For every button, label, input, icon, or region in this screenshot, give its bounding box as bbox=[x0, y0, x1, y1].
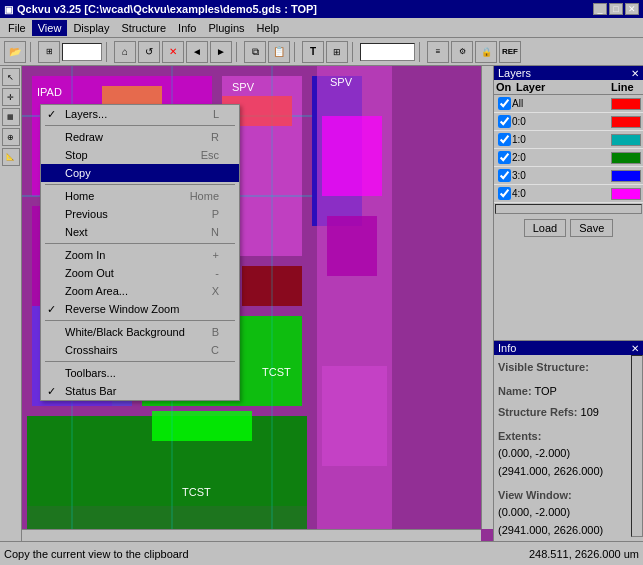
toolbar-btn-text[interactable]: T bbox=[302, 41, 324, 63]
menu-previous[interactable]: Previous P bbox=[41, 205, 239, 223]
toolbar-btn-ref[interactable]: REF bbox=[499, 41, 521, 63]
toolbar-btn-nav1[interactable]: ◄ bbox=[186, 41, 208, 63]
view-dropdown-menu: Layers... L Redraw R Stop Esc Copy bbox=[40, 104, 240, 401]
menu-layers[interactable]: Layers... L bbox=[41, 105, 239, 123]
menu-item-info[interactable]: Info bbox=[172, 20, 202, 36]
menu-stop[interactable]: Stop Esc bbox=[41, 146, 239, 164]
toolbar-btn-zoom-fit[interactable]: ⊞ bbox=[38, 41, 60, 63]
svg-rect-9 bbox=[152, 411, 252, 441]
left-toolbar: ↖ ✛ ▦ ⊕ 📐 bbox=[0, 66, 22, 541]
menu-white-black[interactable]: White/Black Background B bbox=[41, 323, 239, 341]
info-vscroll[interactable] bbox=[631, 355, 643, 537]
toolbar-btn-layers[interactable]: ≡ bbox=[427, 41, 449, 63]
toolbar-btn-lock[interactable]: 🔒 bbox=[475, 41, 497, 63]
menu-item-view[interactable]: View bbox=[32, 20, 68, 36]
name-value: TOP bbox=[534, 385, 556, 397]
layer-00-checkbox[interactable] bbox=[498, 115, 511, 128]
canvas-hscroll[interactable] bbox=[22, 529, 481, 541]
toolbar-btn-open[interactable]: 📂 bbox=[4, 41, 26, 63]
layer-20-checkbox[interactable] bbox=[498, 151, 511, 164]
svg-rect-31 bbox=[322, 366, 387, 466]
menu-copy[interactable]: Copy bbox=[41, 164, 239, 182]
info-title: Info ✕ bbox=[494, 341, 643, 355]
toolbar-btn-paste[interactable]: 📋 bbox=[268, 41, 290, 63]
layers-close[interactable]: ✕ bbox=[631, 68, 639, 79]
toolbar-btn-grid[interactable]: ⊞ bbox=[326, 41, 348, 63]
toolbar-btn-home[interactable]: ⌂ bbox=[114, 41, 136, 63]
layer-40-color bbox=[611, 188, 641, 200]
toolbar-btn-reload[interactable]: ↺ bbox=[138, 41, 160, 63]
svg-text:IPAD: IPAD bbox=[37, 86, 62, 98]
close-button[interactable]: ✕ bbox=[625, 3, 639, 15]
left-btn-select[interactable]: ↖ bbox=[2, 68, 20, 86]
minimize-button[interactable]: _ bbox=[593, 3, 607, 15]
menu-status-bar[interactable]: Status Bar bbox=[41, 382, 239, 400]
col-on-header: On bbox=[496, 81, 516, 93]
maximize-button[interactable]: □ bbox=[609, 3, 623, 15]
left-btn-ruler[interactable]: ▦ bbox=[2, 108, 20, 126]
status-bar: Copy the current view to the clipboard 2… bbox=[0, 541, 643, 565]
zoom-input[interactable]: 0 bbox=[62, 43, 102, 61]
menu-crosshairs[interactable]: Crosshairs C bbox=[41, 341, 239, 359]
layer-40-name: 4:0 bbox=[512, 188, 611, 199]
layer-10-checkbox[interactable] bbox=[498, 133, 511, 146]
menu-redraw-shortcut: R bbox=[211, 131, 219, 143]
layers-hscroll[interactable] bbox=[495, 204, 642, 214]
layers-load-btn[interactable]: Load bbox=[524, 219, 566, 237]
svg-text:TCST: TCST bbox=[262, 366, 291, 378]
menu-item-display[interactable]: Display bbox=[67, 20, 115, 36]
layers-save-btn[interactable]: Save bbox=[570, 219, 613, 237]
layer-00-name: 0:0 bbox=[512, 116, 611, 127]
left-btn-crosshair[interactable]: ✛ bbox=[2, 88, 20, 106]
toolbar-btn-settings[interactable]: ⚙ bbox=[451, 41, 473, 63]
menu-home-label: Home bbox=[65, 190, 94, 202]
menu-next[interactable]: Next N bbox=[41, 223, 239, 241]
menu-crosshairs-shortcut: C bbox=[211, 344, 219, 356]
menu-redraw[interactable]: Redraw R bbox=[41, 128, 239, 146]
layer-10-color bbox=[611, 134, 641, 146]
info-close[interactable]: ✕ bbox=[631, 343, 639, 354]
left-btn-zoom[interactable]: ⊕ bbox=[2, 128, 20, 146]
visible-structure-label: Visible Structure: bbox=[498, 359, 627, 377]
menu-item-file[interactable]: File bbox=[2, 20, 32, 36]
menu-item-help[interactable]: Help bbox=[251, 20, 286, 36]
layer-all-checkbox[interactable] bbox=[498, 97, 511, 110]
extents-value1: (0.000, -2.000) bbox=[498, 445, 627, 463]
app-icon: ▣ bbox=[4, 4, 13, 15]
layer-40-checkbox[interactable] bbox=[498, 187, 511, 200]
title-text: Qckvu v3.25 [C:\wcad\Qckvu\examples\demo… bbox=[17, 3, 317, 15]
menu-item-plugins[interactable]: Plugins bbox=[202, 20, 250, 36]
toolbar-btn-nav2[interactable]: ► bbox=[210, 41, 232, 63]
layers-list: All 0:0 1:0 2:0 bbox=[494, 95, 643, 203]
menu-crosshairs-label: Crosshairs bbox=[65, 344, 118, 356]
menu-copy-label: Copy bbox=[65, 167, 91, 179]
menu-reverse-zoom-label: Reverse Window Zoom bbox=[65, 303, 179, 315]
svg-text:TCST: TCST bbox=[182, 486, 211, 498]
menu-home[interactable]: Home Home bbox=[41, 187, 239, 205]
menu-next-label: Next bbox=[65, 226, 88, 238]
layer-30-name: 3:0 bbox=[512, 170, 611, 181]
menu-redraw-label: Redraw bbox=[65, 131, 103, 143]
left-btn-measure[interactable]: 📐 bbox=[2, 148, 20, 166]
menu-zoom-area[interactable]: Zoom Area... X bbox=[41, 282, 239, 300]
svg-rect-30 bbox=[327, 216, 377, 276]
layer-row-00: 0:0 bbox=[494, 113, 643, 131]
menu-zoom-out[interactable]: Zoom Out - bbox=[41, 264, 239, 282]
layer-10-name: 1:0 bbox=[512, 134, 611, 145]
menu-reverse-zoom[interactable]: Reverse Window Zoom bbox=[41, 300, 239, 318]
canvas-vscroll[interactable] bbox=[481, 66, 493, 529]
coord-input[interactable]: 0.000 bbox=[360, 43, 415, 61]
layer-30-checkbox[interactable] bbox=[498, 169, 511, 182]
menu-toolbars[interactable]: Toolbars... bbox=[41, 364, 239, 382]
menu-white-black-label: White/Black Background bbox=[65, 326, 185, 338]
toolbar-btn-copy[interactable]: ⧉ bbox=[244, 41, 266, 63]
menu-zoom-in[interactable]: Zoom In + bbox=[41, 246, 239, 264]
menu-item-structure[interactable]: Structure bbox=[115, 20, 172, 36]
menu-zoom-out-label: Zoom Out bbox=[65, 267, 114, 279]
toolbar-btn-stop[interactable]: ✕ bbox=[162, 41, 184, 63]
menu-previous-label: Previous bbox=[65, 208, 108, 220]
view-window-value2: (2941.000, 2626.000) bbox=[498, 522, 627, 537]
layer-20-name: 2:0 bbox=[512, 152, 611, 163]
svg-text:SPV: SPV bbox=[232, 81, 255, 93]
layers-title: Layers ✕ bbox=[494, 66, 643, 80]
